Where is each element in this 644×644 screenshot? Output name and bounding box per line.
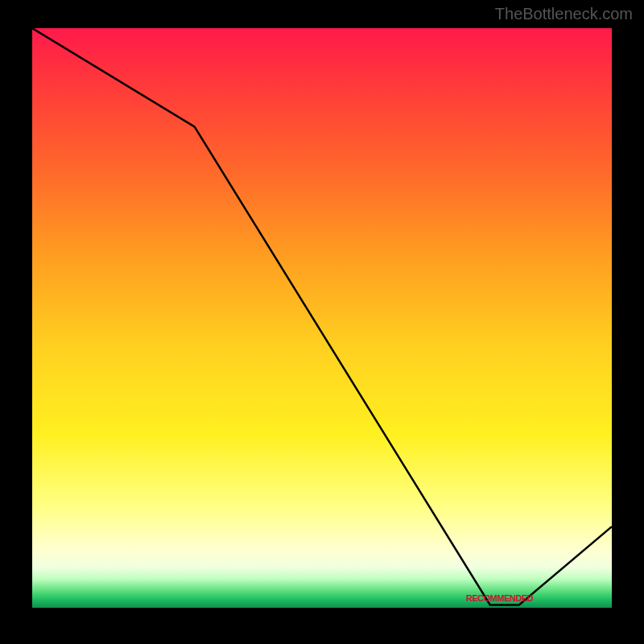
chart-line-svg bbox=[32, 28, 612, 608]
chart-line-path bbox=[32, 28, 612, 605]
recommended-label: RECOMMENDED bbox=[466, 593, 533, 603]
watermark-text: TheBottleneck.com bbox=[495, 5, 633, 23]
chart-plot-area: RECOMMENDED bbox=[32, 28, 612, 608]
